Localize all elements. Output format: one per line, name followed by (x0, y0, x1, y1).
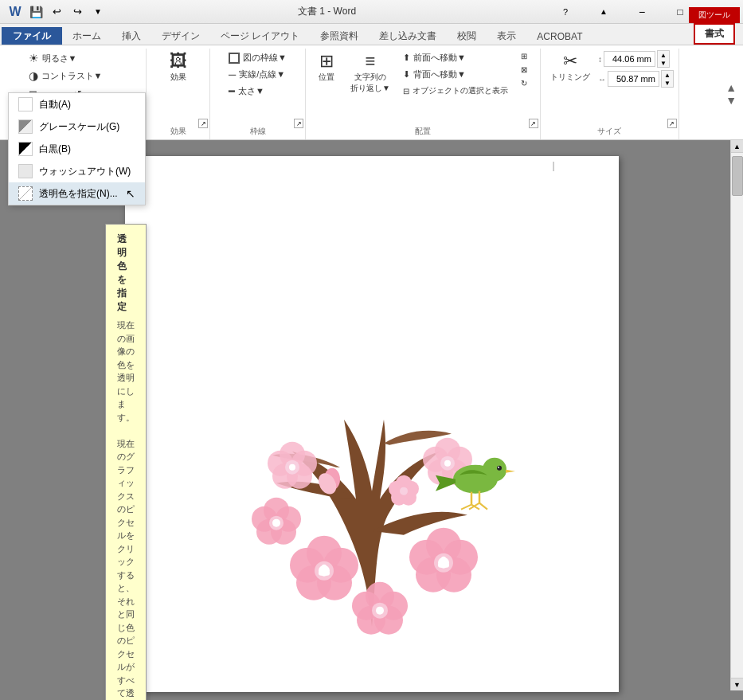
help-button[interactable]: ? (547, 0, 584, 24)
tab-mailings[interactable]: 差し込み文書 (369, 27, 447, 45)
scroll-thumb[interactable] (732, 156, 743, 196)
zu-tool-label[interactable]: 図ツール (689, 7, 740, 23)
ribbon-group-effects-content: 🖼 効果 (162, 50, 194, 138)
line-style-label: 実線/点線▼ (239, 68, 285, 80)
send-backward-button[interactable]: ⬇ 背面へ移動▼ (398, 67, 513, 82)
ribbon-toggle-button[interactable]: ▲ (585, 0, 622, 24)
scroll-down-button[interactable]: ▼ (731, 678, 744, 690)
height-spin[interactable]: ▲ ▼ (657, 50, 670, 68)
align-icon: ⊞ (521, 52, 527, 61)
scroll-up-button[interactable]: ▲ (731, 140, 744, 153)
contrast-icon: ◑ (29, 69, 38, 82)
ribbon-group-arrange-content: ⊞ 位置 ≡ 文字列の折り返し▼ ⬆ 前面へ移動▼ ⬇ 背面へ移動▼ (311, 50, 535, 138)
height-label-icon: ↕ (598, 55, 602, 64)
ribbon-group-size: ✂ トリミング ↕ ▲ ▼ ↔ (541, 49, 679, 139)
svg-point-11 (319, 570, 323, 575)
svg-point-49 (444, 459, 451, 466)
word-logo-icon[interactable]: W (6, 3, 24, 21)
rotate-icon: ↻ (521, 79, 527, 88)
group-icon: ⊠ (521, 65, 527, 74)
color-bw-item[interactable]: 白黒(B) (9, 138, 145, 160)
width-input[interactable] (608, 71, 659, 87)
size-group-expand[interactable]: ↗ (667, 119, 677, 128)
brightness-label: 明るさ▼ (42, 53, 77, 65)
scroll-bar-right: ▲ ▼ (730, 140, 743, 690)
effects-button[interactable]: 🖼 効果 (162, 50, 194, 85)
width-spin[interactable]: ▲ ▼ (661, 70, 674, 88)
group-button[interactable]: ⊠ (516, 64, 535, 76)
line-weight-label: 太さ▼ (238, 85, 264, 97)
height-input[interactable] (604, 51, 655, 67)
document-page: | (125, 156, 619, 692)
color-auto-item[interactable]: 自動(A) (9, 93, 145, 115)
zu-tool-container: 図ツール 書式 (689, 7, 740, 45)
brightness-icon: ☀ (29, 52, 39, 65)
frame-line-label: 図の枠線▼ (243, 52, 287, 64)
tab-acrobat[interactable]: ACROBAT (526, 27, 592, 45)
undo-button[interactable]: ↩ (48, 3, 65, 21)
svg-point-9 (322, 564, 327, 569)
color-change-dropdown: 自動(A) グレースケール(G) 白黒(B) ウォッシュアウト(W) (8, 92, 146, 205)
svg-point-35 (272, 518, 280, 526)
arrange-group-expand[interactable]: ↗ (529, 119, 538, 128)
cursor-position-indicator: | (552, 160, 554, 171)
height-up[interactable]: ▲ (658, 51, 669, 59)
svg-point-42 (289, 463, 295, 470)
svg-line-0 (19, 187, 32, 200)
width-down[interactable]: ▼ (662, 79, 673, 87)
save-button[interactable]: 💾 (27, 3, 45, 21)
position-button[interactable]: ⊞ 位置 (311, 50, 342, 85)
arrange-group-label: 配置 (306, 126, 540, 137)
color-grayscale-item[interactable]: グレースケール(G) (9, 115, 145, 138)
align-button[interactable]: ⊞ (516, 50, 535, 62)
tab-home[interactable]: ホーム (62, 27, 111, 45)
customize-qat-button[interactable]: ▼ (89, 3, 107, 21)
text-wrap-button[interactable]: ≡ 文字列の折り返し▼ (346, 50, 395, 96)
select-display-label: オブジェクトの選択と表示 (413, 85, 508, 96)
frame-line-icon (229, 53, 240, 64)
svg-point-21 (438, 562, 443, 567)
tab-page-layout[interactable]: ページ レイアウト (210, 27, 310, 45)
tab-review[interactable]: 校閲 (447, 27, 487, 45)
grayscale-label: グレースケール(G) (39, 120, 119, 134)
tooltip-body: 現在の画像の色を透明にします。 現在のグラフィックスのピクセルをクリックすると、… (117, 319, 135, 700)
effects-group-expand[interactable]: ↗ (198, 119, 208, 128)
frame-group-expand[interactable]: ↗ (294, 119, 303, 128)
contrast-button[interactable]: ◑ コントラスト▼ (24, 68, 126, 84)
line-style-button[interactable]: ─ 実線/点線▼ (224, 67, 291, 82)
height-row: ↕ ▲ ▼ (598, 50, 674, 68)
ribbon-scroll-up[interactable]: ▲ (725, 81, 737, 94)
color-transparent-item[interactable]: 透明色を指定(N)... ↖ (9, 182, 145, 205)
width-up[interactable]: ▲ (662, 71, 673, 79)
bring-forward-button[interactable]: ⬆ 前面へ移動▼ (398, 50, 513, 65)
tab-insert[interactable]: 挿入 (111, 27, 151, 45)
tab-shoshiki[interactable]: 書式 (694, 23, 735, 45)
color-washout-item[interactable]: ウォッシュアウト(W) (9, 160, 145, 182)
trim-button[interactable]: ✂ トリミング (546, 50, 595, 85)
title-bar-title: 文書 1 - Word (107, 5, 547, 18)
svg-point-20 (444, 562, 449, 567)
ribbon-content: ☀ 明るさ▼ ◑ コントラスト▼ ⊞ 図の圧縮 ↺ (0, 45, 743, 140)
redo-button[interactable]: ↪ (68, 3, 86, 21)
ribbon-scroll-down[interactable]: ▼ (725, 94, 737, 107)
send-backward-icon: ⬇ (403, 69, 410, 80)
height-down[interactable]: ▼ (658, 59, 669, 67)
ribbon-group-arrange: ⊞ 位置 ≡ 文字列の折り返し▼ ⬆ 前面へ移動▼ ⬇ 背面へ移動▼ (306, 49, 541, 139)
tab-design[interactable]: デザイン (151, 27, 210, 45)
rotate-button[interactable]: ↻ (516, 77, 535, 89)
svg-point-10 (325, 570, 330, 575)
brightness-button[interactable]: ☀ 明るさ▼ (24, 50, 126, 66)
tab-file[interactable]: ファイル (2, 27, 62, 45)
frame-line-button[interactable]: 図の枠線▼ (224, 50, 291, 65)
cherry-blossom-illustration (213, 244, 531, 644)
transparent-label: 透明色を指定(N)... (39, 187, 118, 201)
select-display-button[interactable]: ⊟ オブジェクトの選択と表示 (398, 84, 513, 98)
tab-references[interactable]: 参照資料 (310, 27, 369, 45)
minimize-button[interactable]: − (624, 0, 660, 24)
svg-point-54 (497, 465, 502, 470)
line-weight-button[interactable]: ━ 太さ▼ (224, 84, 291, 99)
tab-view[interactable]: 表示 (487, 27, 526, 45)
svg-line-58 (479, 503, 487, 509)
grayscale-icon (18, 119, 33, 134)
ribbon-group-frame-content: 図の枠線▼ ─ 実線/点線▼ ━ 太さ▼ (224, 50, 291, 138)
